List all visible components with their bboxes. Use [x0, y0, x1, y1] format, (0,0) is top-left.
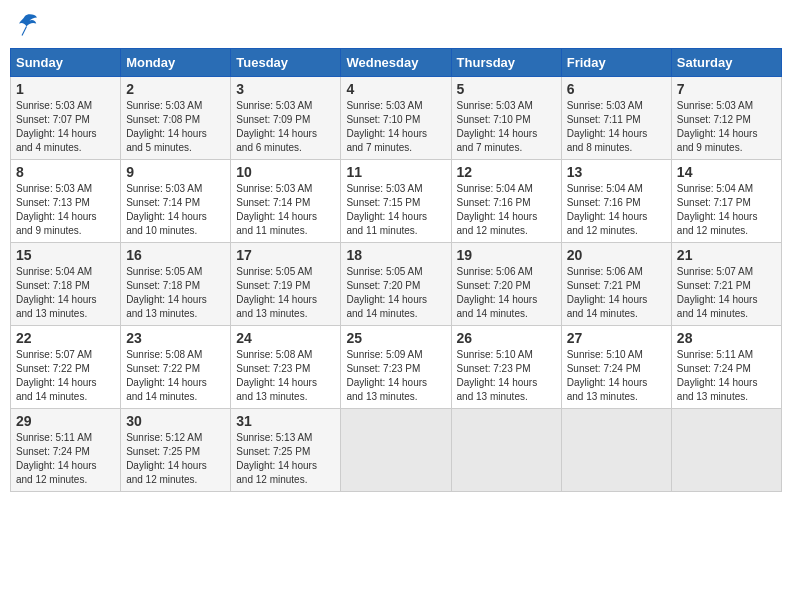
calendar-cell: 10 Sunrise: 5:03 AMSunset: 7:14 PMDaylig…	[231, 160, 341, 243]
calendar-cell	[341, 409, 451, 492]
calendar-cell: 20 Sunrise: 5:06 AMSunset: 7:21 PMDaylig…	[561, 243, 671, 326]
calendar-cell: 16 Sunrise: 5:05 AMSunset: 7:18 PMDaylig…	[121, 243, 231, 326]
calendar-cell: 23 Sunrise: 5:08 AMSunset: 7:22 PMDaylig…	[121, 326, 231, 409]
calendar-cell: 11 Sunrise: 5:03 AMSunset: 7:15 PMDaylig…	[341, 160, 451, 243]
calendar-week-row: 8 Sunrise: 5:03 AMSunset: 7:13 PMDayligh…	[11, 160, 782, 243]
day-number: 8	[16, 164, 115, 180]
calendar-cell: 31 Sunrise: 5:13 AMSunset: 7:25 PMDaylig…	[231, 409, 341, 492]
page-header	[10, 10, 782, 40]
weekday-header-saturday: Saturday	[671, 49, 781, 77]
calendar-cell: 24 Sunrise: 5:08 AMSunset: 7:23 PMDaylig…	[231, 326, 341, 409]
calendar-week-row: 15 Sunrise: 5:04 AMSunset: 7:18 PMDaylig…	[11, 243, 782, 326]
calendar-cell: 26 Sunrise: 5:10 AMSunset: 7:23 PMDaylig…	[451, 326, 561, 409]
calendar-week-row: 29 Sunrise: 5:11 AMSunset: 7:24 PMDaylig…	[11, 409, 782, 492]
day-content: Sunrise: 5:03 AMSunset: 7:15 PMDaylight:…	[346, 182, 445, 238]
calendar-header-row: SundayMondayTuesdayWednesdayThursdayFrid…	[11, 49, 782, 77]
day-content: Sunrise: 5:04 AMSunset: 7:16 PMDaylight:…	[567, 182, 666, 238]
day-number: 30	[126, 413, 225, 429]
day-content: Sunrise: 5:03 AMSunset: 7:12 PMDaylight:…	[677, 99, 776, 155]
calendar-cell: 19 Sunrise: 5:06 AMSunset: 7:20 PMDaylig…	[451, 243, 561, 326]
day-number: 19	[457, 247, 556, 263]
day-content: Sunrise: 5:11 AMSunset: 7:24 PMDaylight:…	[677, 348, 776, 404]
day-number: 7	[677, 81, 776, 97]
day-number: 25	[346, 330, 445, 346]
day-number: 20	[567, 247, 666, 263]
day-number: 1	[16, 81, 115, 97]
day-content: Sunrise: 5:03 AMSunset: 7:08 PMDaylight:…	[126, 99, 225, 155]
day-content: Sunrise: 5:06 AMSunset: 7:20 PMDaylight:…	[457, 265, 556, 321]
calendar-cell: 9 Sunrise: 5:03 AMSunset: 7:14 PMDayligh…	[121, 160, 231, 243]
day-number: 16	[126, 247, 225, 263]
weekday-header-friday: Friday	[561, 49, 671, 77]
day-number: 3	[236, 81, 335, 97]
day-number: 5	[457, 81, 556, 97]
day-number: 29	[16, 413, 115, 429]
calendar-cell: 21 Sunrise: 5:07 AMSunset: 7:21 PMDaylig…	[671, 243, 781, 326]
day-content: Sunrise: 5:03 AMSunset: 7:09 PMDaylight:…	[236, 99, 335, 155]
day-content: Sunrise: 5:05 AMSunset: 7:18 PMDaylight:…	[126, 265, 225, 321]
day-content: Sunrise: 5:04 AMSunset: 7:16 PMDaylight:…	[457, 182, 556, 238]
day-content: Sunrise: 5:03 AMSunset: 7:10 PMDaylight:…	[457, 99, 556, 155]
logo	[10, 10, 44, 40]
calendar-week-row: 1 Sunrise: 5:03 AMSunset: 7:07 PMDayligh…	[11, 77, 782, 160]
day-content: Sunrise: 5:10 AMSunset: 7:24 PMDaylight:…	[567, 348, 666, 404]
day-content: Sunrise: 5:03 AMSunset: 7:13 PMDaylight:…	[16, 182, 115, 238]
calendar-cell: 22 Sunrise: 5:07 AMSunset: 7:22 PMDaylig…	[11, 326, 121, 409]
calendar-cell: 6 Sunrise: 5:03 AMSunset: 7:11 PMDayligh…	[561, 77, 671, 160]
calendar-cell: 3 Sunrise: 5:03 AMSunset: 7:09 PMDayligh…	[231, 77, 341, 160]
calendar-cell: 1 Sunrise: 5:03 AMSunset: 7:07 PMDayligh…	[11, 77, 121, 160]
calendar-cell: 13 Sunrise: 5:04 AMSunset: 7:16 PMDaylig…	[561, 160, 671, 243]
day-content: Sunrise: 5:13 AMSunset: 7:25 PMDaylight:…	[236, 431, 335, 487]
calendar-cell: 15 Sunrise: 5:04 AMSunset: 7:18 PMDaylig…	[11, 243, 121, 326]
day-number: 23	[126, 330, 225, 346]
day-number: 14	[677, 164, 776, 180]
day-number: 31	[236, 413, 335, 429]
logo-icon	[10, 10, 40, 40]
day-content: Sunrise: 5:10 AMSunset: 7:23 PMDaylight:…	[457, 348, 556, 404]
calendar-cell	[561, 409, 671, 492]
day-number: 15	[16, 247, 115, 263]
day-content: Sunrise: 5:04 AMSunset: 7:18 PMDaylight:…	[16, 265, 115, 321]
calendar-cell: 12 Sunrise: 5:04 AMSunset: 7:16 PMDaylig…	[451, 160, 561, 243]
day-number: 4	[346, 81, 445, 97]
day-content: Sunrise: 5:07 AMSunset: 7:22 PMDaylight:…	[16, 348, 115, 404]
calendar-cell: 5 Sunrise: 5:03 AMSunset: 7:10 PMDayligh…	[451, 77, 561, 160]
day-number: 27	[567, 330, 666, 346]
calendar-cell: 2 Sunrise: 5:03 AMSunset: 7:08 PMDayligh…	[121, 77, 231, 160]
day-number: 2	[126, 81, 225, 97]
day-content: Sunrise: 5:03 AMSunset: 7:14 PMDaylight:…	[236, 182, 335, 238]
day-content: Sunrise: 5:03 AMSunset: 7:14 PMDaylight:…	[126, 182, 225, 238]
day-content: Sunrise: 5:05 AMSunset: 7:19 PMDaylight:…	[236, 265, 335, 321]
day-content: Sunrise: 5:03 AMSunset: 7:10 PMDaylight:…	[346, 99, 445, 155]
day-content: Sunrise: 5:11 AMSunset: 7:24 PMDaylight:…	[16, 431, 115, 487]
day-number: 22	[16, 330, 115, 346]
day-content: Sunrise: 5:12 AMSunset: 7:25 PMDaylight:…	[126, 431, 225, 487]
calendar-table: SundayMondayTuesdayWednesdayThursdayFrid…	[10, 48, 782, 492]
day-content: Sunrise: 5:09 AMSunset: 7:23 PMDaylight:…	[346, 348, 445, 404]
day-number: 21	[677, 247, 776, 263]
calendar-cell: 28 Sunrise: 5:11 AMSunset: 7:24 PMDaylig…	[671, 326, 781, 409]
day-content: Sunrise: 5:08 AMSunset: 7:22 PMDaylight:…	[126, 348, 225, 404]
day-content: Sunrise: 5:04 AMSunset: 7:17 PMDaylight:…	[677, 182, 776, 238]
day-number: 28	[677, 330, 776, 346]
day-number: 26	[457, 330, 556, 346]
calendar-cell	[671, 409, 781, 492]
day-content: Sunrise: 5:03 AMSunset: 7:11 PMDaylight:…	[567, 99, 666, 155]
day-content: Sunrise: 5:03 AMSunset: 7:07 PMDaylight:…	[16, 99, 115, 155]
day-content: Sunrise: 5:05 AMSunset: 7:20 PMDaylight:…	[346, 265, 445, 321]
calendar-body: 1 Sunrise: 5:03 AMSunset: 7:07 PMDayligh…	[11, 77, 782, 492]
weekday-header-tuesday: Tuesday	[231, 49, 341, 77]
day-number: 9	[126, 164, 225, 180]
calendar-cell: 27 Sunrise: 5:10 AMSunset: 7:24 PMDaylig…	[561, 326, 671, 409]
calendar-cell: 4 Sunrise: 5:03 AMSunset: 7:10 PMDayligh…	[341, 77, 451, 160]
day-number: 17	[236, 247, 335, 263]
day-number: 24	[236, 330, 335, 346]
weekday-header-wednesday: Wednesday	[341, 49, 451, 77]
calendar-cell: 14 Sunrise: 5:04 AMSunset: 7:17 PMDaylig…	[671, 160, 781, 243]
calendar-week-row: 22 Sunrise: 5:07 AMSunset: 7:22 PMDaylig…	[11, 326, 782, 409]
day-number: 11	[346, 164, 445, 180]
day-number: 18	[346, 247, 445, 263]
calendar-cell: 25 Sunrise: 5:09 AMSunset: 7:23 PMDaylig…	[341, 326, 451, 409]
calendar-cell: 17 Sunrise: 5:05 AMSunset: 7:19 PMDaylig…	[231, 243, 341, 326]
weekday-header-sunday: Sunday	[11, 49, 121, 77]
